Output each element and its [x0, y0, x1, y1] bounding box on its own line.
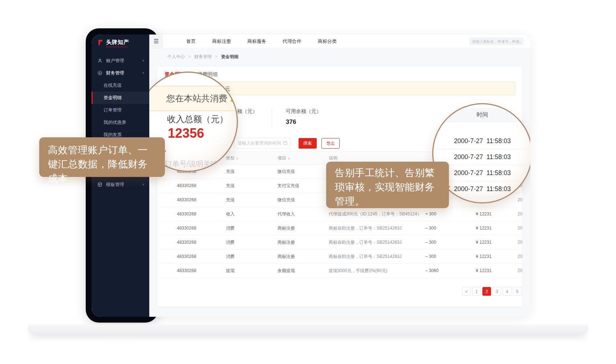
- pagination-page-1[interactable]: 1: [472, 287, 481, 296]
- logo-icon: [97, 39, 104, 46]
- cell-item: 商标注册: [277, 250, 295, 263]
- cell-balance: ¥ 12231: [476, 207, 491, 221]
- table-row: 48330268 消费 商标注册 商标自助注册，订单号：SB2514263J –…: [157, 221, 522, 235]
- table-row: 48330268 消费 商标注册 商标自助注册，订单号：SB2514263J –…: [157, 235, 522, 250]
- cell-balance: ¥ 12231: [476, 264, 491, 278]
- logo-text: 头牌知产: [106, 39, 129, 45]
- time-filter-input[interactable]: [234, 138, 291, 149]
- cell-balance: ¥ 12231: [476, 221, 491, 235]
- stat-balance: 可用余额（元） 376: [286, 108, 321, 126]
- user-icon: [97, 58, 102, 63]
- cell-time: 2000-7-27 11:58:03: [518, 221, 522, 235]
- cell-item: 商标注册: [277, 235, 295, 249]
- callout-right: 告别手工统计、告别繁琐审核，实现智能财务管理。: [326, 162, 449, 208]
- finance-icon: [97, 70, 102, 76]
- cell-amount: – 300: [425, 250, 436, 263]
- search-input[interactable]: [469, 37, 524, 45]
- nav-trademark-category[interactable]: 商标分类: [318, 38, 337, 45]
- table-row: 48330268 消费 商标注册 商标自助注册，订单号：SB2514263J –…: [157, 250, 522, 264]
- breadcrumb-personal-center[interactable]: 个人中心: [167, 54, 185, 59]
- magnified-income-label: 收入总额（元）: [167, 113, 228, 125]
- cell-type: 消费: [226, 235, 235, 249]
- cell-amount: + 300: [425, 207, 436, 221]
- cell-amount: – 300: [425, 221, 436, 235]
- cell-time: 2000-7-27 11:58:03: [518, 193, 522, 207]
- pagination-prev[interactable]: <: [462, 287, 471, 296]
- cell-desc: 提现3000元，手续费2%(60元): [329, 264, 387, 278]
- pagination-page-2[interactable]: 2: [482, 287, 491, 296]
- table-row: 48330268 提现 余额提现 提现3000元，手续费2%(60元) – 30…: [157, 264, 522, 278]
- cell-desc: 商标自助注册，订单号：SB2514263J: [329, 221, 402, 235]
- nav-trademark-service[interactable]: 商标服务: [247, 38, 266, 45]
- logo: 头牌知产: [97, 39, 129, 47]
- hamburger-icon[interactable]: ☰: [149, 35, 163, 48]
- search-button[interactable]: 搜索: [299, 138, 317, 149]
- calendar-icon[interactable]: [283, 141, 288, 145]
- cell-time: 2000-7-27 11:58:03: [518, 250, 522, 263]
- chevron-up-icon: ∧: [142, 68, 145, 78]
- cell-item: 余额提现: [277, 264, 295, 278]
- cell-desc: 代理提成300元（ID:1245，订单号：SB45124）: [329, 207, 421, 221]
- table-row: 48330268 收入 代理收入 代理提成300元（ID:1245，订单号：SB…: [157, 207, 522, 221]
- cell-item: 代理收入: [277, 207, 295, 221]
- sidebar-item-coupons[interactable]: 我的优惠券: [92, 116, 149, 129]
- nav-trademark-register[interactable]: 商标注册: [212, 38, 231, 45]
- cell-type: 充值: [226, 179, 235, 193]
- cell-order: 48330268: [177, 250, 196, 263]
- sidebar-item-account[interactable]: 账户管理 ∨: [92, 54, 149, 67]
- cell-order: 48330268: [177, 193, 196, 207]
- cell-type: 充值: [226, 193, 235, 207]
- export-button[interactable]: 导出: [321, 138, 340, 149]
- header-item[interactable]: 项目∨: [277, 152, 290, 165]
- cell-time: 2000-7-27 11:58:03: [518, 235, 522, 249]
- breadcrumb-funds-detail: 资金明细: [221, 54, 238, 59]
- sidebar-item-finance[interactable]: 财务管理 ∧: [92, 67, 149, 79]
- cell-amount: – 3060: [425, 264, 439, 278]
- pagination: < 1 2 3 4 5 >: [462, 287, 522, 296]
- cell-desc: 商标自助注册，订单号：SB2514263J: [329, 235, 402, 249]
- cell-item: 支付宝充值: [277, 179, 299, 193]
- cell-order: 48330268: [177, 235, 196, 249]
- cell-type: 充值: [226, 165, 235, 178]
- chevron-down-icon: ∨: [142, 56, 145, 65]
- sidebar-item-recharge[interactable]: 在线充值: [92, 79, 149, 92]
- cell-time: 2000-7-27 11:58:03: [518, 264, 522, 278]
- cell-type: 消费: [226, 250, 235, 263]
- cell-type: 消费: [226, 221, 235, 235]
- cell-type: 收入: [226, 207, 235, 221]
- callout-left: 高效管理账户订单、一键汇总数据，降低财务成本: [39, 137, 165, 177]
- sort-icon: ∨: [288, 157, 290, 160]
- cell-item: 微信充值: [277, 165, 295, 178]
- magnified-income-value: 12356: [168, 126, 204, 141]
- cell-balance: ¥ 12231: [476, 250, 491, 263]
- top-nav: ☰ 首页 商标注册 商标服务 代理合作 商标分类: [149, 35, 530, 49]
- pagination-page-4[interactable]: 4: [503, 287, 511, 296]
- cell-balance: ¥ 12231: [476, 235, 491, 249]
- cell-order: 48330268: [177, 221, 196, 235]
- pagination-page-3[interactable]: 3: [493, 287, 501, 296]
- magnified-notice: 您在本站共消费32124元: [138, 86, 238, 111]
- cell-item: 微信充值: [277, 193, 295, 207]
- page: { "sidebar": { "logo_text": "头牌知产", "ite…: [0, 0, 616, 364]
- nav-home[interactable]: 首页: [186, 38, 196, 45]
- cell-item: 商标注册: [277, 221, 295, 235]
- cell-order: 48330268: [177, 264, 196, 278]
- sort-icon: ∨: [236, 157, 239, 160]
- logo-subline: [106, 46, 127, 47]
- cell-time: 2000-7-27 11:58:03: [518, 207, 522, 221]
- cell-order: 48330268: [177, 207, 196, 221]
- nav-agent-cooperation[interactable]: 代理合作: [283, 38, 301, 45]
- magnified-time-row: 2000-7-27 11:58:03: [433, 133, 530, 149]
- breadcrumb: 个人中心 > 财务管理 > 资金明细: [149, 49, 530, 60]
- header-type[interactable]: 类型∨: [226, 152, 239, 165]
- sidebar-item-funds-detail[interactable]: 资金明细: [92, 92, 149, 104]
- stat-balance-value: 376: [286, 118, 321, 126]
- cell-order: 48330268: [177, 179, 196, 193]
- cell-amount: – 300: [425, 235, 436, 249]
- breadcrumb-finance[interactable]: 财务管理: [194, 54, 212, 59]
- cell-desc: 商标自助注册，订单号：SB2514263J: [329, 250, 402, 263]
- cell-type: 提现: [226, 264, 235, 278]
- sidebar-item-orders[interactable]: 订单管理: [92, 104, 149, 116]
- pagination-page-5[interactable]: 5: [513, 287, 522, 296]
- laptop-base: [28, 324, 588, 335]
